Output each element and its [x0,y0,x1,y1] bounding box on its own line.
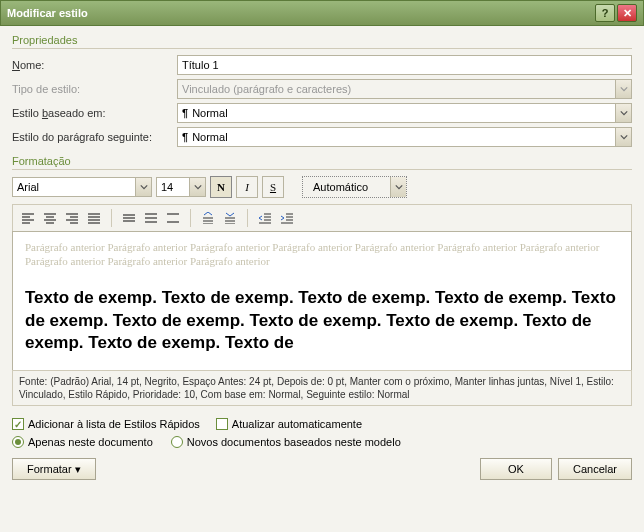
radio-icon [171,436,183,448]
chevron-down-icon[interactable] [189,178,205,196]
indent-dec-button[interactable] [254,208,276,228]
pilcrow-icon: ¶ [182,131,188,143]
basedon-select[interactable]: ¶Normal [177,103,632,123]
format-button[interactable]: Formatar ▾ [12,458,96,480]
styletype-label: Tipo de estilo: [12,83,177,95]
styletype-select: Vinculado (parágrafo e caracteres) [177,79,632,99]
name-label: Nome: [12,59,177,71]
followpara-label: Estilo do parágrafo seguinte: [12,131,177,143]
chevron-down-icon [615,80,631,98]
pilcrow-icon: ¶ [182,107,188,119]
chevron-down-icon[interactable] [615,128,631,146]
align-justify-button[interactable] [83,208,105,228]
chevron-down-icon[interactable] [390,177,406,197]
autoupdate-checkbox[interactable]: Atualizar automaticamente [216,418,362,430]
align-right-button[interactable] [61,208,83,228]
cancel-button[interactable]: Cancelar [558,458,632,480]
size-select[interactable]: 14 [156,177,206,197]
align-left-button[interactable] [17,208,39,228]
preview-before-text: Parágrafo anterior Parágrafo anterior Pa… [25,240,619,269]
preview-box: Parágrafo anterior Parágrafo anterior Pa… [12,231,632,371]
linespacing-2-button[interactable] [162,208,184,228]
name-input[interactable]: Título 1 [177,55,632,75]
linespacing-1-button[interactable] [118,208,140,228]
checkbox-icon: ✓ [12,418,24,430]
align-center-button[interactable] [39,208,61,228]
indent-inc-button[interactable] [276,208,298,228]
newdocs-radio[interactable]: Novos documentos baseados neste modelo [171,436,401,448]
close-button[interactable]: ✕ [617,4,637,22]
ok-button[interactable]: OK [480,458,552,480]
quickstyle-checkbox[interactable]: ✓ Adicionar à lista de Estilos Rápidos [12,418,200,430]
checkbox-icon [216,418,228,430]
titlebar: Modificar estilo ? ✕ [0,0,644,26]
chevron-down-icon[interactable] [615,104,631,122]
style-description: Fonte: (Padrão) Arial, 14 pt, Negrito, E… [12,370,632,406]
formatting-section-title: Formatação [12,155,632,170]
bold-button[interactable]: N [210,176,232,198]
chevron-down-icon[interactable] [135,178,151,196]
followpara-select[interactable]: ¶Normal [177,127,632,147]
thisdoc-radio[interactable]: Apenas neste documento [12,436,153,448]
window-title: Modificar estilo [7,7,593,19]
spacebefore-dec-button[interactable] [219,208,241,228]
paragraph-toolbar [12,204,632,232]
preview-sample-text: Texto de exemp. Texto de exemp. Texto de… [25,287,619,356]
fontcolor-select[interactable]: Automático [302,176,407,198]
properties-section-title: Propriedades [12,34,632,49]
basedon-label: Estilo baseado em: [12,107,177,119]
italic-button[interactable]: I [236,176,258,198]
font-select[interactable]: Arial [12,177,152,197]
help-button[interactable]: ? [595,4,615,22]
underline-button[interactable]: S [262,176,284,198]
linespacing-15-button[interactable] [140,208,162,228]
spacebefore-inc-button[interactable] [197,208,219,228]
radio-icon [12,436,24,448]
